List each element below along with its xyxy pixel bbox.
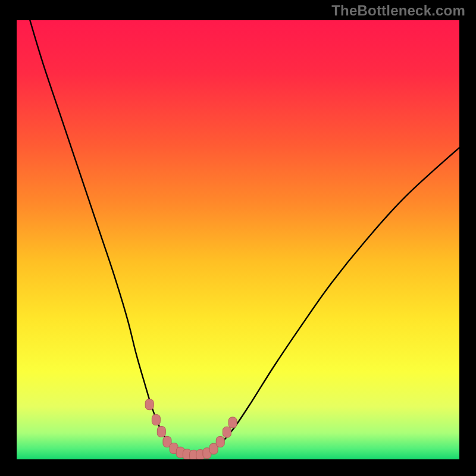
marker-point (152, 415, 160, 425)
marker-point (157, 427, 165, 437)
marker-point (223, 427, 231, 437)
marker-point (145, 399, 154, 410)
chart-svg (17, 20, 459, 459)
marker-point (228, 417, 237, 428)
gradient-background (17, 20, 459, 459)
plot-area (17, 20, 459, 459)
chart-frame: TheBottleneck.com (0, 0, 476, 476)
marker-point (216, 436, 224, 447)
watermark-text: TheBottleneck.com (331, 2, 465, 19)
